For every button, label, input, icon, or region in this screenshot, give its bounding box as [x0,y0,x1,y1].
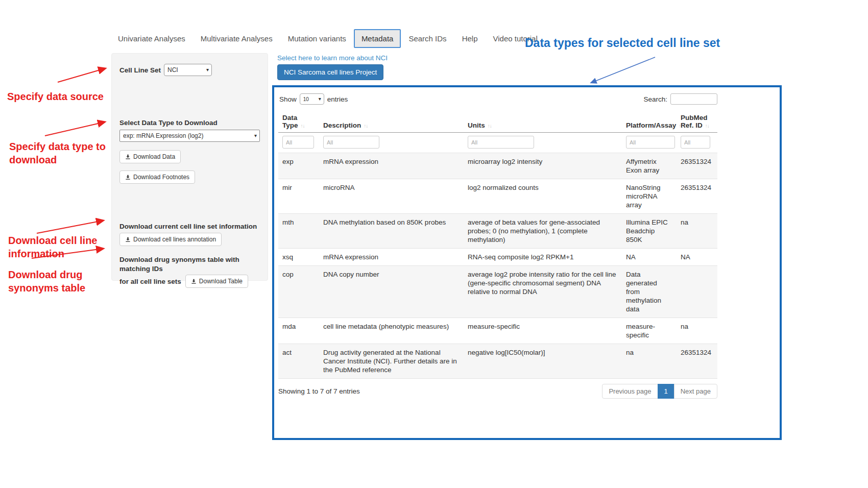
cell-description: microRNA [319,179,464,214]
cell-data-type: mda [278,318,319,344]
annotation-specify-data-type: Specify data type to download [9,140,134,166]
red-arrow-data-source [58,68,105,82]
learn-more-link[interactable]: Select here to learn more about NCI [277,54,388,62]
cell-line-set-select[interactable]: NCI [164,64,212,76]
column-header-pubmed-ref-id[interactable]: PubMed Ref. ID↑↓ [677,112,717,133]
table-row: xsqmRNA expressionRNA-seq composite log2… [278,249,717,266]
data-type-select[interactable]: exp: mRNA Expression (log2) [119,130,260,142]
download-sidebar: Cell Line Set NCI Select Data Type to Do… [111,53,268,281]
table-row: mdacell line metadata (phenotypic measur… [278,318,717,344]
filter-input-units[interactable] [468,136,534,149]
data-type-heading: Select Data Type to Download [119,119,260,127]
annotation-download-drug-synonyms: Download drug synonyms table [8,268,105,295]
cell-line-info-heading: Download current cell line set informati… [119,223,260,230]
download-footnotes-label: Download Footnotes [133,174,189,181]
table-body: expmRNA expressionmicroarray log2 intens… [278,153,717,379]
cell-pubmed-ref-id: 26351324 [677,179,717,214]
cell-platform-assay: Illumina EPIC Beadchip 850K [622,214,677,249]
tab-mutation-variants[interactable]: Mutation variants [280,29,354,48]
tab-search-ids[interactable]: Search IDs [401,29,454,48]
show-label: Show [279,95,297,103]
download-data-label: Download Data [133,153,175,160]
pagination: Previous page 1 Next page [602,384,717,399]
column-header-data-type[interactable]: Data Type↑↓ [278,112,319,133]
sort-icon[interactable]: ↑↓ [488,123,492,129]
download-table-label: Download Table [199,278,243,285]
filter-input-pubmed[interactable] [681,136,710,149]
cell-units: average of beta values for gene-associat… [464,214,622,249]
cell-line-set-label: Cell Line Set [119,66,161,74]
table-row: mirmicroRNAlog2 normalized countsNanoStr… [278,179,717,214]
cell-description: mRNA expression [319,153,464,179]
entries-label: entries [327,95,348,103]
drug-synonyms-heading: Download drug synonyms table with matchi… [119,255,260,274]
annotation-data-types-note: Data types for selected cell line set [525,36,742,50]
cell-units: RNA-seq composite log2 RPKM+1 [464,249,622,266]
search-label: Search: [643,95,667,103]
tab-metadata[interactable]: Metadata [354,29,401,48]
download-footnotes-button[interactable]: Download Footnotes [119,170,195,184]
top-nav: Univariate Analyses Multivariate Analyse… [110,29,545,48]
cell-data-type: act [278,344,319,379]
cell-description: Drug activity generated at the National … [319,344,464,379]
annotation-specify-data-source: Specify data source [7,90,114,103]
filter-input-platform-assay[interactable] [626,136,675,149]
search-input[interactable] [670,93,717,105]
cell-data-type: mth [278,214,319,249]
sort-icon[interactable]: ↑↓ [301,123,305,129]
cell-platform-assay: Data generated from methylation data [622,266,677,318]
cell-pubmed-ref-id [677,266,717,318]
cell-platform-assay: NA [622,249,677,266]
annotation-download-cell-line-info: Download cell line information [8,234,118,260]
cell-units: negative log[IC50(molar)] [464,344,622,379]
cell-pubmed-ref-id: na [677,214,717,249]
cell-units: measure-specific [464,318,622,344]
page-length-select[interactable]: 10 [300,93,324,105]
tab-multivariate-analyses[interactable]: Multivariate Analyses [193,29,280,48]
chevron-down-icon: 10 [300,93,324,105]
project-button[interactable]: NCI Sarcoma cell lines Project [277,64,383,80]
table-row: copDNA copy numberaverage log2 probe int… [278,266,717,318]
download-icon [191,279,197,284]
cell-data-type: exp [278,153,319,179]
table-row: mthDNA methylation based on 850K probesa… [278,214,717,249]
previous-page-button[interactable]: Previous page [602,384,658,399]
cell-pubmed-ref-id: NA [677,249,717,266]
tab-univariate-analyses[interactable]: Univariate Analyses [110,29,193,48]
cell-data-type: xsq [278,249,319,266]
download-cell-lines-annotation-button[interactable]: Download cell lines annotation [119,233,222,246]
download-annotation-label: Download cell lines annotation [133,236,216,243]
column-header-description[interactable]: Description↑↓ [319,112,464,133]
showing-entries-text: Showing 1 to 7 of 7 entries [278,387,360,395]
cell-description: DNA methylation based on 850K probes [319,214,464,249]
cell-description: DNA copy number [319,266,464,318]
page-1-button[interactable]: 1 [658,384,674,399]
cell-units: microarray log2 intensity [464,153,622,179]
filter-input-description[interactable] [323,136,379,149]
cell-pubmed-ref-id: 26351324 [677,344,717,379]
cell-platform-assay: measure-specific [622,318,677,344]
cell-units: average log2 probe intensity ratio for t… [464,266,622,318]
next-page-button[interactable]: Next page [674,384,717,399]
filter-input-data-type[interactable] [282,136,314,149]
data-types-panel: Show 10 entries Search: Data Type↑↓ Desc… [272,85,782,440]
download-icon [125,175,131,180]
chevron-down-icon: NCI [164,64,212,76]
download-table-button[interactable]: Download Table [185,275,248,288]
cell-platform-assay: Affymetrix Exon array [622,153,677,179]
column-header-units[interactable]: Units↑↓ [464,112,622,133]
cell-pubmed-ref-id: 26351324 [677,153,717,179]
cell-description: cell line metadata (phenotypic measures) [319,318,464,344]
cell-platform-assay: na [622,344,677,379]
table-row: actDrug activity generated at the Nation… [278,344,717,379]
sort-icon[interactable]: ↑↓ [364,123,368,129]
cell-units: log2 normalized counts [464,179,622,214]
cell-pubmed-ref-id: na [677,318,717,344]
column-header-platform-assay[interactable]: Platform/Assay↑↓ [622,112,677,133]
cell-data-type: cop [278,266,319,318]
sort-icon[interactable]: ↑↓ [705,123,709,129]
table-row: expmRNA expressionmicroarray log2 intens… [278,153,717,179]
cell-description: mRNA expression [319,249,464,266]
cell-platform-assay: NanoString microRNA array [622,179,677,214]
tab-help[interactable]: Help [454,29,486,48]
